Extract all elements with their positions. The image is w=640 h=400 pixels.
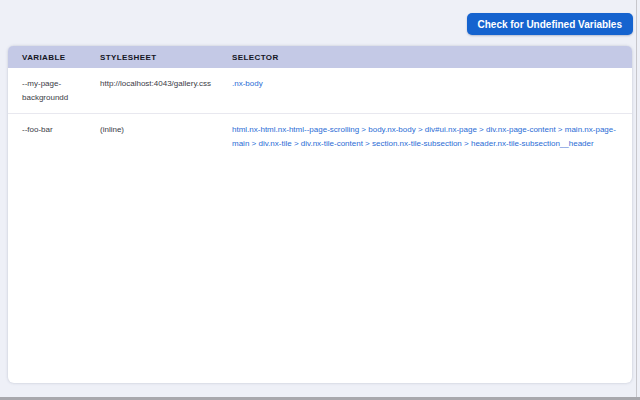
variables-table: VARIABLE STYLESHEET SELECTOR --my-page-b… — [8, 46, 632, 383]
selector-link[interactable]: html.nx-html.nx-html--page-scrolling > b… — [232, 123, 620, 150]
cell-variable: --foo-bar — [22, 123, 100, 150]
table-row: --foo-bar (inline) html.nx-html.nx-html-… — [8, 114, 632, 159]
cell-selector: .nx-body — [232, 77, 626, 104]
cell-stylesheet: http://localhost:4043/gallery.css — [100, 77, 232, 104]
cell-stylesheet: (inline) — [100, 123, 232, 150]
header-cell-variable: VARIABLE — [22, 53, 100, 62]
header-cell-selector: SELECTOR — [232, 53, 626, 62]
header-cell-stylesheet: STYLESHEET — [100, 53, 232, 62]
cell-selector: html.nx-html.nx-html--page-scrolling > b… — [232, 123, 626, 150]
cell-variable: --my-page-backgroundd — [22, 77, 100, 104]
selector-link[interactable]: .nx-body — [232, 77, 620, 91]
table-row: --my-page-backgroundd http://localhost:4… — [8, 68, 632, 114]
check-undefined-variables-button[interactable]: Check for Undefined Variables — [467, 13, 634, 35]
window-right-border — [636, 0, 638, 400]
table-header-row: VARIABLE STYLESHEET SELECTOR — [8, 46, 632, 68]
